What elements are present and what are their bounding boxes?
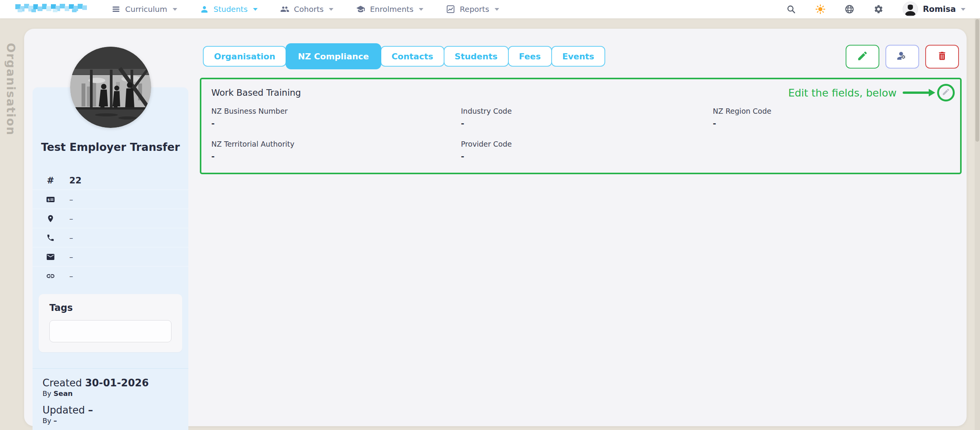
detail-row-billing: $ – (33, 190, 188, 209)
detail-row-email: – (33, 247, 188, 267)
field-industry-code: Industry Code - (461, 107, 713, 128)
nav-item-label: Enrolments (370, 5, 413, 14)
field-nz-region-code: NZ Region Code - (713, 107, 950, 128)
field-label: NZ Territorial Authority (211, 140, 461, 148)
manage-users-button[interactable] (885, 45, 919, 69)
trash-icon (937, 50, 947, 63)
navbar-right: Romisa (786, 2, 965, 17)
logo-blurred[interactable] (15, 3, 91, 16)
page-vertical-label: Organisation (4, 43, 18, 136)
user-name: Romisa (923, 5, 956, 14)
inline-edit-button[interactable] (937, 84, 955, 101)
chevron-down-icon (419, 8, 423, 11)
detail-row-phone: – (33, 228, 188, 247)
edit-annotation: Edit the fields, below (788, 84, 955, 101)
created-date: 30-01-2026 (85, 377, 149, 389)
created-line: Created 30-01-2026 (42, 377, 178, 389)
detail-value: – (69, 271, 73, 281)
updated-by: – (54, 417, 57, 425)
record-actions (846, 45, 959, 69)
detail-value: – (69, 233, 73, 242)
field-value: - (461, 152, 713, 161)
edit-button[interactable] (846, 45, 879, 69)
tab-events[interactable]: Events (551, 46, 606, 67)
person-icon (199, 4, 209, 14)
search-icon[interactable] (786, 4, 796, 14)
location-pin-icon (46, 214, 56, 223)
tab-organisation[interactable]: Organisation (203, 46, 286, 67)
graduation-cap-icon (356, 4, 366, 14)
nav-item-label: Curriculum (125, 5, 167, 14)
annotation-text: Edit the fields, below (788, 87, 897, 99)
chevron-down-icon (495, 8, 499, 11)
chevron-down-icon (253, 8, 258, 11)
detail-value: – (69, 195, 73, 204)
scrollbar[interactable] (975, 18, 980, 430)
arrow-right-icon (903, 92, 929, 94)
nav-item-curriculum[interactable]: Curriculum (111, 4, 177, 14)
field-value: - (713, 119, 950, 128)
tab-students[interactable]: Students (444, 46, 509, 67)
delete-button[interactable] (925, 45, 959, 69)
detail-value: – (69, 252, 73, 262)
nav-item-enrolments[interactable]: Enrolments (356, 4, 423, 14)
pencil-icon (942, 88, 950, 98)
chevron-down-icon (961, 8, 965, 11)
content-card: Test Employer Transfer # 22 $ – – (24, 29, 967, 426)
user-menu[interactable]: Romisa (903, 2, 965, 17)
phone-icon (46, 233, 56, 242)
field-label: Provider Code (461, 140, 713, 148)
pencil-icon (857, 50, 868, 63)
profile-name: Test Employer Transfer (33, 141, 188, 154)
field-value: - (461, 119, 713, 128)
profile-sidebar: Test Employer Transfer # 22 $ – – (33, 87, 188, 430)
tags-input[interactable] (49, 320, 172, 342)
nav-item-cohorts[interactable]: Cohorts (280, 4, 334, 14)
tab-contacts[interactable]: Contacts (381, 46, 444, 67)
field-value: - (211, 119, 461, 128)
gear-icon[interactable] (874, 4, 884, 14)
fields-grid: NZ Business Number - Industry Code - NZ … (211, 107, 950, 161)
avatar (903, 2, 918, 17)
theme-sun-icon[interactable] (815, 4, 825, 14)
chevron-down-icon (329, 8, 333, 11)
chart-line-icon (446, 4, 456, 14)
top-navbar: Curriculum Students Cohorts Enrolments (0, 0, 980, 18)
chevron-down-icon (173, 8, 177, 11)
money-check-icon: $ (46, 195, 56, 204)
people-icon (280, 4, 290, 14)
field-value: - (211, 152, 461, 161)
created-by-line: By Sean (42, 389, 178, 397)
panel-title: Work Based Training (211, 88, 301, 98)
tab-bar: Organisation NZ Compliance Contacts Stud… (203, 43, 604, 69)
nav-item-label: Cohorts (294, 5, 324, 14)
nav-item-label: Students (214, 5, 248, 14)
detail-value: 22 (69, 175, 82, 185)
field-label: Industry Code (461, 107, 713, 115)
created-by: Sean (54, 389, 73, 397)
nav-item-students[interactable]: Students (199, 4, 258, 14)
person-gear-icon (896, 50, 908, 63)
nav-item-label: Reports (460, 5, 489, 14)
hash-icon: # (46, 175, 56, 185)
field-nz-business-number: NZ Business Number - (211, 107, 461, 128)
field-label: NZ Region Code (713, 107, 950, 115)
nav-item-reports[interactable]: Reports (446, 4, 499, 14)
tab-fees[interactable]: Fees (508, 46, 552, 67)
field-nz-territorial-authority: NZ Territorial Authority - (211, 140, 461, 161)
scrollbar-thumb[interactable] (975, 19, 979, 142)
detail-row-id: # 22 (33, 171, 188, 190)
updated-by-line: By – (42, 417, 178, 425)
svg-text:$: $ (47, 198, 50, 201)
field-provider-code: Provider Code - (461, 140, 713, 161)
tags-card: Tags (39, 294, 182, 352)
hamburger-icon (111, 4, 121, 14)
updated-line: Updated – (42, 404, 178, 416)
detail-row-website: – (33, 267, 188, 286)
tags-title: Tags (49, 302, 172, 313)
profile-photo (70, 47, 151, 128)
sidebar-footer: Created 30-01-2026 By Sean Updated – By … (33, 368, 188, 430)
link-icon (46, 271, 56, 281)
globe-icon[interactable] (844, 4, 854, 14)
tab-nz-compliance[interactable]: NZ Compliance (286, 43, 381, 69)
